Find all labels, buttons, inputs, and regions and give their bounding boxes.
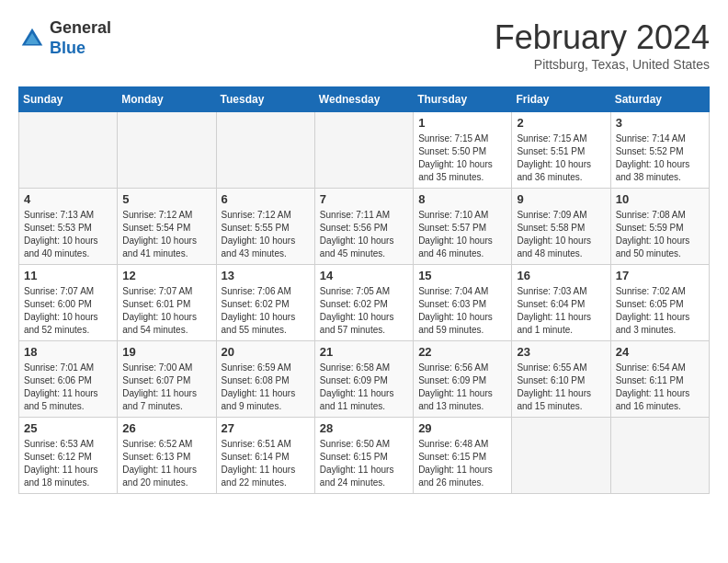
day-info: Sunrise: 7:15 AM Sunset: 5:50 PM Dayligh…	[418, 132, 506, 184]
day-info: Sunrise: 7:08 AM Sunset: 5:59 PM Dayligh…	[616, 209, 704, 260]
calendar-cell: 27Sunrise: 6:51 AM Sunset: 6:14 PM Dayli…	[216, 418, 314, 494]
day-info: Sunrise: 7:14 AM Sunset: 5:52 PM Dayligh…	[616, 132, 704, 184]
day-info: Sunrise: 7:11 AM Sunset: 5:56 PM Dayligh…	[320, 209, 408, 260]
calendar-cell: 24Sunrise: 6:54 AM Sunset: 6:11 PM Dayli…	[610, 341, 709, 418]
calendar-cell: 11Sunrise: 7:07 AM Sunset: 6:00 PM Dayli…	[19, 265, 118, 341]
day-number: 23	[517, 345, 605, 359]
day-number: 7	[320, 192, 408, 206]
calendar-cell: 28Sunrise: 6:50 AM Sunset: 6:15 PM Dayli…	[314, 418, 413, 494]
calendar-cell	[610, 418, 709, 494]
day-info: Sunrise: 7:13 AM Sunset: 5:53 PM Dayligh…	[24, 209, 112, 260]
day-number: 2	[517, 116, 605, 130]
logo-general-text: General	[50, 18, 111, 37]
day-info: Sunrise: 7:05 AM Sunset: 6:02 PM Dayligh…	[320, 285, 408, 337]
calendar-cell: 15Sunrise: 7:04 AM Sunset: 6:03 PM Dayli…	[414, 265, 512, 341]
calendar-cell: 20Sunrise: 6:59 AM Sunset: 6:08 PM Dayli…	[216, 341, 314, 418]
day-header-saturday: Saturday	[610, 87, 709, 112]
day-info: Sunrise: 7:06 AM Sunset: 6:02 PM Dayligh…	[222, 285, 310, 337]
day-number: 13	[222, 269, 310, 282]
day-info: Sunrise: 7:09 AM Sunset: 5:58 PM Dayligh…	[517, 209, 605, 260]
title-block: February 2024 Pittsburg, Texas, United S…	[495, 18, 710, 72]
day-info: Sunrise: 7:04 AM Sunset: 6:03 PM Dayligh…	[418, 285, 506, 337]
calendar-cell	[216, 112, 314, 189]
calendar-cell: 23Sunrise: 6:55 AM Sunset: 6:10 PM Dayli…	[512, 341, 610, 418]
day-number: 22	[418, 345, 506, 359]
day-number: 29	[418, 421, 506, 435]
day-header-monday: Monday	[118, 87, 216, 112]
day-info: Sunrise: 7:02 AM Sunset: 6:05 PM Dayligh…	[616, 285, 704, 337]
day-header-wednesday: Wednesday	[314, 87, 413, 112]
day-info: Sunrise: 7:07 AM Sunset: 6:00 PM Dayligh…	[24, 285, 112, 337]
day-header-tuesday: Tuesday	[216, 87, 314, 112]
day-number: 25	[24, 421, 112, 435]
calendar-cell: 16Sunrise: 7:03 AM Sunset: 6:04 PM Dayli…	[512, 265, 610, 341]
calendar-cell: 8Sunrise: 7:10 AM Sunset: 5:57 PM Daylig…	[414, 189, 512, 265]
day-number: 3	[616, 116, 704, 130]
calendar-week-row: 11Sunrise: 7:07 AM Sunset: 6:00 PM Dayli…	[19, 265, 710, 341]
day-number: 8	[418, 192, 506, 206]
calendar-cell: 13Sunrise: 7:06 AM Sunset: 6:02 PM Dayli…	[216, 265, 314, 341]
day-number: 5	[122, 192, 210, 206]
calendar-cell	[118, 112, 216, 189]
day-number: 20	[222, 345, 310, 359]
logo: General Blue	[18, 18, 111, 58]
calendar-cell: 12Sunrise: 7:07 AM Sunset: 6:01 PM Dayli…	[118, 265, 216, 341]
day-number: 17	[616, 269, 704, 282]
day-info: Sunrise: 7:00 AM Sunset: 6:07 PM Dayligh…	[122, 362, 210, 413]
day-info: Sunrise: 7:15 AM Sunset: 5:51 PM Dayligh…	[517, 132, 605, 184]
day-header-friday: Friday	[512, 87, 610, 112]
calendar-week-row: 18Sunrise: 7:01 AM Sunset: 6:06 PM Dayli…	[19, 341, 710, 418]
calendar-cell: 1Sunrise: 7:15 AM Sunset: 5:50 PM Daylig…	[414, 112, 512, 189]
day-info: Sunrise: 7:03 AM Sunset: 6:04 PM Dayligh…	[517, 285, 605, 337]
calendar-cell: 6Sunrise: 7:12 AM Sunset: 5:55 PM Daylig…	[216, 189, 314, 265]
day-number: 1	[418, 116, 506, 130]
day-number: 16	[517, 269, 605, 282]
day-info: Sunrise: 6:55 AM Sunset: 6:10 PM Dayligh…	[517, 362, 605, 413]
month-title: February 2024	[495, 18, 710, 57]
day-number: 21	[320, 345, 408, 359]
day-number: 14	[320, 269, 408, 282]
day-info: Sunrise: 7:01 AM Sunset: 6:06 PM Dayligh…	[24, 362, 112, 413]
day-info: Sunrise: 7:12 AM Sunset: 5:54 PM Dayligh…	[122, 209, 210, 260]
calendar-cell: 17Sunrise: 7:02 AM Sunset: 6:05 PM Dayli…	[610, 265, 709, 341]
day-number: 28	[320, 421, 408, 435]
calendar-cell: 4Sunrise: 7:13 AM Sunset: 5:53 PM Daylig…	[19, 189, 118, 265]
calendar-cell: 7Sunrise: 7:11 AM Sunset: 5:56 PM Daylig…	[314, 189, 413, 265]
logo-icon	[18, 25, 46, 52]
day-number: 15	[418, 269, 506, 282]
calendar-cell: 14Sunrise: 7:05 AM Sunset: 6:02 PM Dayli…	[314, 265, 413, 341]
day-number: 18	[24, 345, 112, 359]
calendar-cell: 21Sunrise: 6:58 AM Sunset: 6:09 PM Dayli…	[314, 341, 413, 418]
day-number: 6	[222, 192, 310, 206]
day-number: 24	[616, 345, 704, 359]
day-number: 11	[24, 269, 112, 282]
day-number: 4	[24, 192, 112, 206]
day-number: 19	[122, 345, 210, 359]
day-header-thursday: Thursday	[414, 87, 512, 112]
day-info: Sunrise: 6:50 AM Sunset: 6:15 PM Dayligh…	[320, 438, 408, 489]
day-info: Sunrise: 6:54 AM Sunset: 6:11 PM Dayligh…	[616, 362, 704, 413]
calendar-cell	[314, 112, 413, 189]
calendar-cell	[512, 418, 610, 494]
day-info: Sunrise: 6:52 AM Sunset: 6:13 PM Dayligh…	[122, 438, 210, 489]
day-info: Sunrise: 6:48 AM Sunset: 6:15 PM Dayligh…	[418, 438, 506, 489]
calendar-week-row: 4Sunrise: 7:13 AM Sunset: 5:53 PM Daylig…	[19, 189, 710, 265]
calendar-cell: 19Sunrise: 7:00 AM Sunset: 6:07 PM Dayli…	[118, 341, 216, 418]
calendar-cell: 26Sunrise: 6:52 AM Sunset: 6:13 PM Dayli…	[118, 418, 216, 494]
day-header-sunday: Sunday	[19, 87, 118, 112]
day-number: 12	[122, 269, 210, 282]
calendar-cell: 3Sunrise: 7:14 AM Sunset: 5:52 PM Daylig…	[610, 112, 709, 189]
calendar-cell: 9Sunrise: 7:09 AM Sunset: 5:58 PM Daylig…	[512, 189, 610, 265]
calendar-header-row: SundayMondayTuesdayWednesdayThursdayFrid…	[19, 87, 710, 112]
day-info: Sunrise: 6:58 AM Sunset: 6:09 PM Dayligh…	[320, 362, 408, 413]
logo-blue-text: Blue	[50, 39, 85, 57]
calendar-week-row: 1Sunrise: 7:15 AM Sunset: 5:50 PM Daylig…	[19, 112, 710, 189]
calendar-cell: 2Sunrise: 7:15 AM Sunset: 5:51 PM Daylig…	[512, 112, 610, 189]
calendar-cell: 22Sunrise: 6:56 AM Sunset: 6:09 PM Dayli…	[414, 341, 512, 418]
day-info: Sunrise: 6:59 AM Sunset: 6:08 PM Dayligh…	[222, 362, 310, 413]
calendar-cell	[19, 112, 118, 189]
calendar-week-row: 25Sunrise: 6:53 AM Sunset: 6:12 PM Dayli…	[19, 418, 710, 494]
calendar-table: SundayMondayTuesdayWednesdayThursdayFrid…	[18, 86, 710, 494]
day-info: Sunrise: 6:56 AM Sunset: 6:09 PM Dayligh…	[418, 362, 506, 413]
day-info: Sunrise: 7:10 AM Sunset: 5:57 PM Dayligh…	[418, 209, 506, 260]
